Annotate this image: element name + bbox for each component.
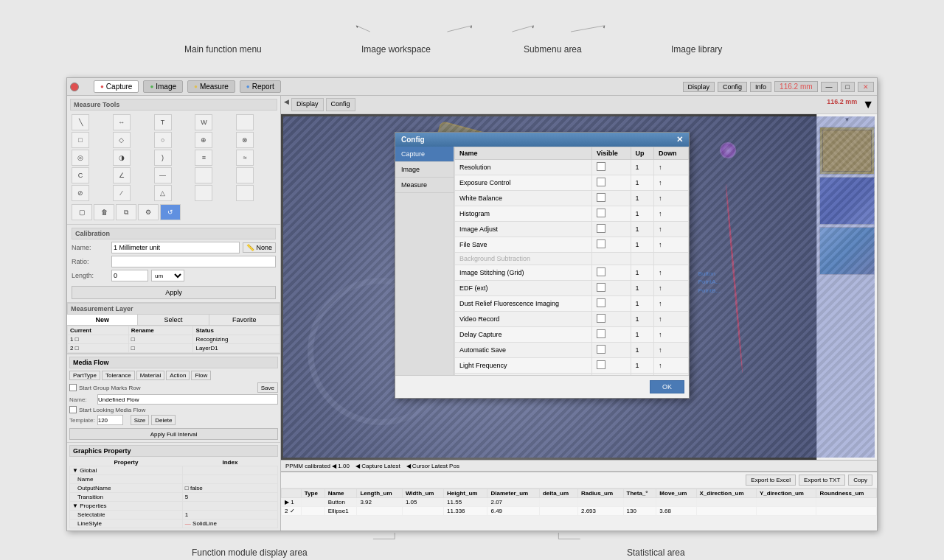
chk-imgadj[interactable] xyxy=(597,224,605,233)
restore-btn[interactable]: □ xyxy=(841,82,855,92)
tool-line[interactable]: ╲ xyxy=(72,114,89,130)
config-btn[interactable]: Config xyxy=(718,82,747,92)
tool-wave[interactable]: ≈ xyxy=(236,150,254,166)
tool-19[interactable] xyxy=(236,167,254,183)
settings-btn[interactable]: ⚙ xyxy=(138,204,159,220)
tab-measure[interactable]: ● Measure xyxy=(187,80,235,93)
display-btn[interactable]: Display xyxy=(683,82,715,92)
dialog-title: Config xyxy=(401,136,425,144)
tool-angle[interactable]: ∠ xyxy=(113,167,131,183)
tool-hline[interactable]: — xyxy=(154,167,172,183)
copy-btn[interactable]: ⧉ xyxy=(116,204,136,220)
mf-tab-material[interactable]: Material xyxy=(136,371,164,380)
chk-video[interactable] xyxy=(597,314,605,323)
lib-arrow[interactable]: ▼ xyxy=(862,98,874,111)
stat-col-idx xyxy=(282,489,302,498)
tab-report[interactable]: ● Report xyxy=(240,80,281,93)
chk-resolution[interactable] xyxy=(597,162,605,171)
tool-text[interactable]: T xyxy=(154,114,172,130)
chk-filesave[interactable] xyxy=(597,239,605,248)
tab-capture[interactable]: ● Capture xyxy=(94,80,139,93)
chk-hist[interactable] xyxy=(597,209,605,217)
tool-24[interactable] xyxy=(236,185,254,201)
export-txt-btn[interactable]: Export to TXT xyxy=(799,475,845,486)
mf-tab-parttype[interactable]: PartType xyxy=(69,371,100,380)
name-flow-input[interactable] xyxy=(97,394,278,405)
start-looking-checkbox[interactable] xyxy=(69,406,77,413)
col-down: Down xyxy=(653,147,688,159)
tool-triangle[interactable]: △ xyxy=(154,185,172,201)
copy-stats-btn[interactable]: Copy xyxy=(848,475,872,486)
tool-circle[interactable]: ○ xyxy=(154,132,172,148)
tool-w[interactable]: W xyxy=(195,114,212,130)
dialog-left-capture[interactable]: Capture xyxy=(395,147,454,162)
export-excel-btn[interactable]: Export to Excel xyxy=(746,475,796,486)
col-visible: Visible xyxy=(591,147,631,159)
tool-x[interactable]: ⊗ xyxy=(236,132,254,148)
start-group-checkbox[interactable] xyxy=(69,384,77,391)
chk-delay[interactable] xyxy=(597,329,605,338)
unit-select[interactable]: um mm px xyxy=(151,270,184,281)
tool-cancel[interactable]: ⊘ xyxy=(72,185,89,201)
tab-image[interactable]: ● Image xyxy=(143,80,183,93)
tool-23[interactable] xyxy=(195,185,212,201)
config-dialog[interactable]: Config ✕ Capture Image Measure xyxy=(395,132,690,399)
template-input[interactable] xyxy=(97,415,123,425)
chk-autosave[interactable] xyxy=(597,345,605,354)
tool-concentric[interactable]: ◎ xyxy=(72,150,89,166)
tool-cross[interactable]: ⊕ xyxy=(195,132,212,148)
length-input[interactable] xyxy=(111,270,148,281)
submenu-display[interactable]: Display xyxy=(291,98,324,111)
tab-select[interactable]: Select xyxy=(138,315,209,325)
close-btn[interactable]: ✕ xyxy=(858,82,874,92)
chk-exposure[interactable] xyxy=(597,178,605,186)
tool-arc[interactable]: ) xyxy=(154,150,172,166)
mf-tab-flow[interactable]: Flow xyxy=(191,371,211,380)
refresh-btn[interactable]: ↺ xyxy=(160,204,181,220)
submenu-config[interactable]: Config xyxy=(326,98,355,111)
name-input[interactable] xyxy=(111,242,240,253)
dialog-close-btn[interactable]: ✕ xyxy=(676,135,683,144)
stat-col-name: Name xyxy=(324,489,357,498)
chk-lightfreq[interactable] xyxy=(597,360,605,369)
chk-edf[interactable] xyxy=(597,283,605,292)
select-btn[interactable]: ▢ xyxy=(72,204,92,220)
mf-tab-tolerance[interactable]: Tolerance xyxy=(102,371,135,380)
bottom-toolbar: Export to Excel Export to TXT Copy xyxy=(281,472,877,489)
ruler-btn[interactable]: 📏 None xyxy=(243,242,276,253)
info-btn[interactable]: Info xyxy=(750,82,771,92)
tool-5[interactable] xyxy=(236,114,254,130)
dialog-ok-btn[interactable]: OK xyxy=(650,380,684,393)
tool-18[interactable] xyxy=(195,167,212,183)
tool-arrow[interactable]: ↔ xyxy=(113,114,131,130)
status-text-1: PPMM calibrated ◀ 1.00 xyxy=(285,463,350,469)
size-btn[interactable]: Size xyxy=(131,415,150,425)
ratio-input[interactable] xyxy=(111,256,276,267)
mf-tab-action[interactable]: Action xyxy=(166,371,190,380)
save-flow-btn[interactable]: Save xyxy=(257,382,278,393)
tool-half[interactable]: ◑ xyxy=(113,150,131,166)
chk-wb[interactable] xyxy=(597,193,605,202)
stat-col-ydir: Y_direction_um xyxy=(756,489,816,498)
app-window: ● Capture ● Image ● Measure ● Report Dis… xyxy=(66,77,878,531)
dialog-left-image[interactable]: Image xyxy=(395,162,454,178)
tool-rect[interactable]: □ xyxy=(72,132,89,148)
tab-new[interactable]: New xyxy=(67,315,138,325)
tool-parallel[interactable]: ≡ xyxy=(195,150,212,166)
delete-btn[interactable]: 🗑 xyxy=(94,204,114,220)
chk-fluor[interactable] xyxy=(597,298,605,307)
tool-c[interactable]: C xyxy=(72,167,89,183)
apply-full-btn[interactable]: Apply Full Interval xyxy=(69,428,278,440)
tool-diamond[interactable]: ◇ xyxy=(113,132,131,148)
minimize-btn[interactable]: — xyxy=(821,82,838,92)
tab-favorite[interactable]: Favorite xyxy=(209,315,280,325)
dialog-left-measure[interactable]: Measure xyxy=(395,178,454,193)
close-window-btn[interactable] xyxy=(70,83,79,91)
delete-flow-btn[interactable]: Delete xyxy=(151,415,176,425)
chk-stitching[interactable] xyxy=(597,267,605,276)
apply-calibration-btn[interactable]: Apply xyxy=(72,286,276,299)
thumb-2[interactable] xyxy=(819,177,875,225)
media-flow-tabs: PartType Tolerance Material Action Flow xyxy=(69,371,278,380)
stat-row-1: ▶ 1 Button 3.92 1.05 11.55 2.07 xyxy=(282,498,877,507)
tool-slash[interactable]: ∕ xyxy=(113,185,131,201)
